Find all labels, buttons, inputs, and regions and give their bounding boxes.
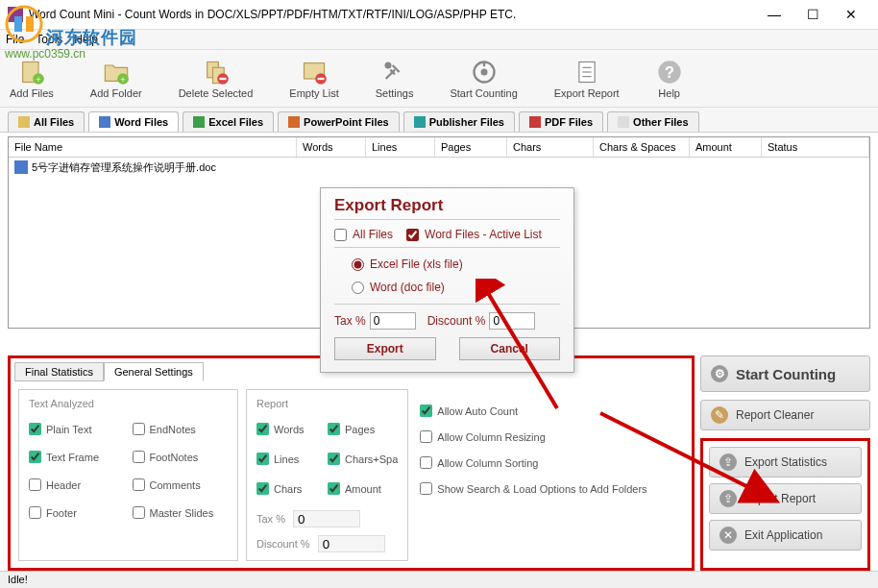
col-words[interactable]: Words [297,137,366,157]
menu-help[interactable]: Help [74,33,98,46]
exit-application-button[interactable]: ✕Exit Application [709,520,862,551]
chk-lines[interactable]: Lines [256,453,320,465]
radio-excel-file[interactable]: Excel File (xls file) [352,257,560,271]
export-report-button[interactable]: Export Report [554,59,620,99]
bottom-panel: Final Statistics General Settings Text A… [8,355,870,571]
maximize-button[interactable]: ☐ [793,0,832,29]
chk-show-search[interactable]: Show Search & Load Options to Add Folder… [420,482,680,495]
report-legend: Report [256,398,398,409]
settings-button[interactable]: Settings [376,59,414,99]
tab-all-files[interactable]: All Files [8,111,85,132]
dialog-tax-input[interactable] [370,312,416,330]
chk-column-resizing[interactable]: Allow Column Resizing [420,430,680,443]
settings-panel: Final Statistics General Settings Text A… [8,355,695,571]
all-files-label: All Files [353,228,393,241]
app-icon [8,7,23,22]
menu-tools[interactable]: Tools [36,33,62,46]
dialog-title: Export Report [334,196,560,215]
text-analyzed-group: Text Analyzed Plain Text EndNotes Text F… [18,389,238,561]
brush-icon: ✎ [711,406,728,424]
tab-word-files[interactable]: Word Files [88,111,179,132]
svg-rect-11 [219,77,226,79]
add-folder-button[interactable]: +Add Folder [90,59,142,99]
close-icon: ✕ [719,527,737,544]
svg-rect-27 [193,116,205,128]
dialog-discount-input[interactable] [489,312,535,330]
start-counting-button[interactable]: Start Counting [450,59,517,99]
chk-chars[interactable]: Chars [256,482,320,495]
svg-rect-14 [318,77,325,79]
chk-header[interactable]: Header [29,478,125,491]
tab-final-statistics[interactable]: Final Statistics [14,362,104,381]
titlebar: Word Count Mini - Count Words in DOC/XLS… [0,0,878,29]
chk-text-frame[interactable]: Text Frame [29,451,125,463]
chk-footnotes[interactable]: FootNotes [133,451,229,463]
discount-label: Discount % [256,538,310,550]
text-analyzed-legend: Text Analyzed [29,398,228,409]
file-tabs: All Files Word Files Excel Files PowerPo… [0,108,878,133]
add-files-button[interactable]: +Add Files [10,59,54,99]
tab-excel-files[interactable]: Excel Files [183,111,274,132]
col-lines[interactable]: Lines [366,137,435,157]
svg-rect-31 [618,116,629,128]
svg-point-15 [384,61,391,68]
svg-rect-28 [288,116,300,128]
report-cleaner-button[interactable]: ✎Report Cleaner [700,400,870,430]
export-button-group: ⇪Export Statistics ⇪Export Report ✕Exit … [700,438,870,571]
svg-rect-26 [99,116,110,128]
empty-list-button[interactable]: Empty List [289,59,338,99]
chk-comments[interactable]: Comments [133,478,229,491]
chk-endnotes[interactable]: EndNotes [133,423,229,435]
tax-label: Tax % [256,513,285,525]
tab-ppt-files[interactable]: PowerPoint Files [278,111,400,132]
tab-other-files[interactable]: Other Files [607,111,698,132]
col-filename[interactable]: File Name [9,137,297,157]
export-button[interactable]: Export [334,337,436,360]
window-title: Word Count Mini - Count Words in DOC/XLS… [29,8,755,21]
chk-chars-spaces[interactable]: Chars+Spa [328,453,398,465]
col-chars[interactable]: Chars [507,137,594,157]
gear-icon: ⚙ [711,365,728,382]
discount-input[interactable] [318,535,385,552]
radio-word-file[interactable]: Word (doc file) [352,281,560,294]
svg-text:?: ? [665,62,674,80]
chk-master-slides[interactable]: Master Slides [133,506,229,519]
tax-input[interactable] [293,510,360,527]
chk-word-files-active[interactable] [406,229,419,241]
minimize-button[interactable]: — [755,0,793,29]
col-amount[interactable]: Amount [690,137,762,157]
word-file-icon [14,160,28,174]
chk-pages[interactable]: Pages [328,423,398,435]
svg-point-17 [480,68,487,75]
menu-file[interactable]: File [6,33,24,46]
dialog-tax-label: Tax % [334,314,366,328]
toolbar: +Add Files +Add Folder Delete Selected E… [0,50,878,108]
chk-all-files[interactable] [334,229,347,241]
dialog-discount-label: Discount % [427,314,486,328]
col-pages[interactable]: Pages [435,137,507,157]
chk-auto-count[interactable]: Allow Auto Count [420,404,680,417]
status-bar: Idle! [0,571,878,588]
chk-footer[interactable]: Footer [29,506,125,519]
tab-publisher-files[interactable]: Publisher Files [403,111,515,132]
delete-selected-button[interactable]: Delete Selected [179,59,254,99]
help-button[interactable]: ?Help [656,59,683,99]
file-row[interactable]: 5号字进销存管理系统操作说明手册.doc [9,158,869,178]
chk-column-sorting[interactable]: Allow Column Sorting [420,456,680,469]
export-statistics-button[interactable]: ⇪Export Statistics [709,447,862,478]
close-button[interactable]: ✕ [832,0,870,29]
chk-amount[interactable]: Amount [328,482,398,495]
file-name-cell: 5号字进销存管理系统操作说明手册.doc [32,160,216,175]
col-chars-spaces[interactable]: Chars & Spaces [594,137,690,157]
chk-plain-text[interactable]: Plain Text [29,423,125,435]
chk-words[interactable]: Words [256,423,320,435]
options-group: Allow Auto Count Allow Column Resizing A… [416,389,684,561]
cancel-button[interactable]: Cancel [459,337,561,360]
start-counting-side-button[interactable]: ⚙Start Counting [700,355,870,392]
tab-general-settings[interactable]: General Settings [104,362,204,381]
col-status[interactable]: Status [762,137,869,157]
export-report-side-button[interactable]: ⇪Export Report [709,483,862,514]
svg-rect-30 [529,116,541,128]
tab-pdf-files[interactable]: PDF Files [519,111,603,132]
export-icon: ⇪ [719,453,737,471]
